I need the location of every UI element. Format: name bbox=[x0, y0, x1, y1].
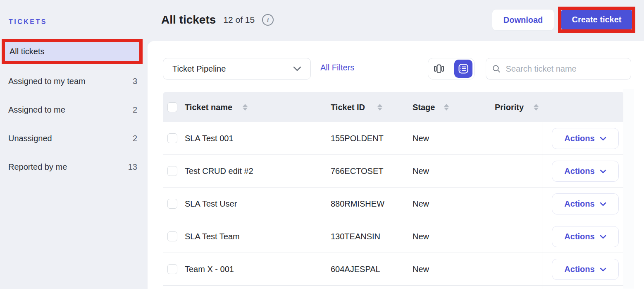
ticket-id-cell: 604AJESPAL bbox=[331, 265, 380, 274]
sidebar-item-all-tickets[interactable]: All tickets bbox=[5, 42, 139, 61]
row-checkbox[interactable] bbox=[167, 133, 177, 143]
annotation-highlight-create-ticket: Create ticket bbox=[558, 7, 635, 33]
ticket-name-cell[interactable]: SLA Test 001 bbox=[185, 134, 234, 143]
result-count: 12 of 15 bbox=[223, 15, 255, 25]
sidebar-item-count: 3 bbox=[133, 77, 137, 86]
row-checkbox[interactable] bbox=[167, 199, 177, 209]
view-toggle-group bbox=[428, 58, 475, 79]
actions-button[interactable]: Actions bbox=[552, 128, 619, 149]
tickets-content-card: Ticket Pipeline All Filters Ticket name … bbox=[148, 41, 644, 289]
table-row: Test CRUD edit #2 766ECTOSET New Actions bbox=[163, 155, 624, 188]
tickets-sidebar: TICKETS All tickets Assigned to my team … bbox=[0, 0, 148, 289]
table-header-row: Ticket name Ticket ID Stage Priority bbox=[163, 92, 624, 122]
sidebar-item-reported-by-me[interactable]: Reported by me 13 bbox=[8, 158, 137, 176]
ticket-id-cell: 130TEANSIN bbox=[331, 232, 380, 241]
sidebar-item-assigned-to-my-team[interactable]: Assigned to my team 3 bbox=[8, 72, 137, 90]
actions-button[interactable]: Actions bbox=[552, 193, 619, 214]
chevron-down-icon bbox=[600, 137, 606, 141]
all-filters-link[interactable]: All Filters bbox=[320, 63, 354, 72]
stage-cell: New bbox=[413, 265, 429, 274]
stage-cell: New bbox=[413, 134, 429, 143]
actions-button[interactable]: Actions bbox=[552, 226, 619, 247]
ticket-name-cell[interactable]: Test CRUD edit #2 bbox=[185, 166, 253, 176]
column-header-ticket-name[interactable]: Ticket name bbox=[185, 102, 232, 112]
sidebar-item-label: Assigned to my team bbox=[8, 77, 86, 86]
stage-cell: New bbox=[413, 199, 429, 209]
page-title: All tickets bbox=[161, 13, 216, 26]
sidebar-item-count: 2 bbox=[133, 105, 137, 115]
sidebar-item-label: Reported by me bbox=[8, 162, 67, 172]
table-scrollbar[interactable] bbox=[623, 89, 634, 289]
ticket-name-cell[interactable]: SLA Test User bbox=[185, 199, 237, 209]
download-button[interactable]: Download bbox=[492, 9, 554, 31]
actions-button[interactable]: Actions bbox=[552, 161, 619, 182]
page-header: All tickets 12 of 15 i bbox=[161, 11, 274, 29]
column-header-priority[interactable]: Priority bbox=[495, 102, 524, 112]
table-row: SLA Test Team 130TEANSIN New Actions bbox=[163, 220, 624, 253]
sidebar-item-label: Unassigned bbox=[8, 134, 52, 143]
annotation-highlight-all-tickets: All tickets bbox=[2, 39, 143, 64]
row-checkbox[interactable] bbox=[167, 166, 177, 176]
ticket-name-cell[interactable]: SLA Test Team bbox=[185, 232, 240, 241]
chevron-down-icon bbox=[600, 267, 606, 272]
ticket-id-cell: 766ECTOSET bbox=[331, 166, 383, 176]
ticket-id-cell: 880RMISHEW bbox=[331, 199, 384, 209]
sidebar-section-label: TICKETS bbox=[9, 18, 47, 26]
select-all-checkbox[interactable] bbox=[167, 102, 177, 112]
ticket-id-cell: 155POLDENT bbox=[331, 134, 384, 143]
sidebar-item-label: All tickets bbox=[10, 47, 44, 56]
search-icon bbox=[492, 64, 501, 74]
sidebar-item-label: Assigned to me bbox=[8, 105, 65, 115]
board-view-icon[interactable] bbox=[430, 60, 448, 78]
row-checkbox[interactable] bbox=[167, 264, 177, 274]
pipeline-dropdown[interactable]: Ticket Pipeline bbox=[163, 58, 311, 79]
sidebar-item-assigned-to-me[interactable]: Assigned to me 2 bbox=[8, 101, 137, 119]
sort-icon[interactable] bbox=[444, 104, 449, 111]
search-input[interactable] bbox=[506, 64, 625, 74]
sidebar-item-count: 2 bbox=[133, 134, 137, 143]
table-row: Team X - 001 604AJESPAL New Actions bbox=[163, 253, 624, 286]
sidebar-item-unassigned[interactable]: Unassigned 2 bbox=[8, 129, 137, 147]
chevron-down-icon bbox=[600, 202, 606, 206]
stage-cell: New bbox=[413, 232, 429, 241]
column-header-ticket-id[interactable]: Ticket ID bbox=[331, 102, 365, 112]
search-field bbox=[486, 58, 631, 79]
actions-column-divider bbox=[542, 92, 542, 289]
chevron-down-icon bbox=[600, 169, 606, 173]
table-row: SLA Test User 880RMISHEW New Actions bbox=[163, 188, 624, 220]
chevron-down-icon bbox=[600, 235, 606, 239]
sort-icon[interactable] bbox=[534, 104, 539, 111]
column-header-stage[interactable]: Stage bbox=[413, 102, 435, 112]
ticket-name-cell[interactable]: Team X - 001 bbox=[185, 265, 234, 274]
info-icon[interactable]: i bbox=[262, 14, 274, 26]
chevron-down-icon bbox=[293, 66, 301, 71]
create-ticket-button[interactable]: Create ticket bbox=[561, 10, 632, 29]
stage-cell: New bbox=[413, 166, 429, 176]
sidebar-item-count: 13 bbox=[128, 162, 137, 172]
row-checkbox[interactable] bbox=[167, 231, 177, 241]
actions-button[interactable]: Actions bbox=[552, 259, 619, 280]
sort-icon[interactable] bbox=[377, 104, 382, 111]
table-row: SLA Test 001 155POLDENT New Actions bbox=[163, 122, 624, 155]
sort-icon[interactable] bbox=[243, 104, 248, 111]
pipeline-dropdown-value: Ticket Pipeline bbox=[172, 64, 226, 74]
list-view-icon[interactable] bbox=[454, 60, 472, 78]
